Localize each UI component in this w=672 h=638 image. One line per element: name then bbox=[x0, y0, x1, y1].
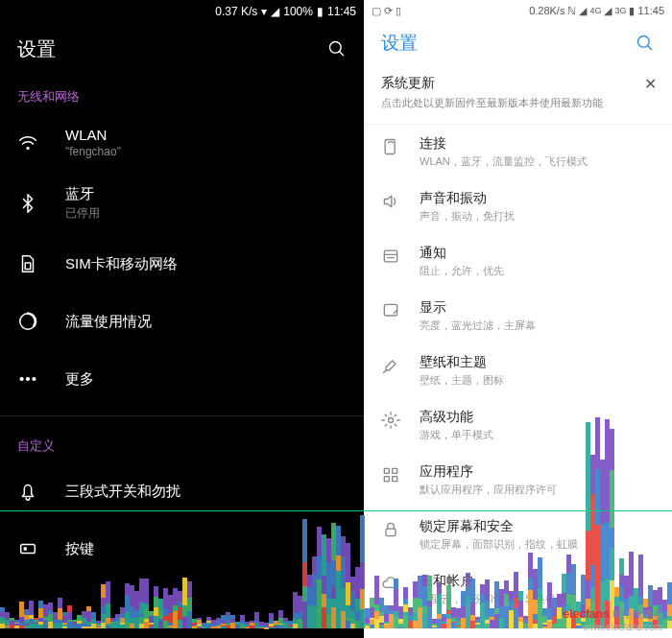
item-slider-switch[interactable]: 三段式开关和勿扰 bbox=[0, 462, 364, 520]
item-apps[interactable]: 应用程序默认应用程序，应用程序许可 bbox=[364, 453, 672, 508]
item-label: 连接 bbox=[420, 135, 588, 153]
item-connections[interactable]: 连接WLAN，蓝牙，流量监控，飞行模式 bbox=[364, 125, 672, 179]
item-sub: 锁定屏幕，面部识别，指纹，虹膜 bbox=[420, 537, 578, 552]
section-custom: 自定义 bbox=[0, 424, 364, 462]
item-sub: "fengchao" bbox=[65, 145, 121, 158]
data-usage-icon bbox=[17, 311, 38, 332]
status-icons-left: ▢ ⟳ ▯ bbox=[372, 5, 401, 17]
svg-rect-3 bbox=[25, 263, 31, 269]
item-wallpaper[interactable]: 壁纸和主题壁纸，主题，图标 bbox=[364, 343, 672, 398]
item-label: 流量使用情况 bbox=[65, 313, 152, 331]
item-sub: 默认应用程序，应用程序许可 bbox=[420, 483, 557, 497]
update-title: 系统更新 bbox=[381, 75, 655, 92]
item-display[interactable]: 显示亮度，蓝光过滤，主屏幕 bbox=[364, 289, 672, 343]
battery-icon: ▮ bbox=[629, 5, 635, 17]
svg-rect-21 bbox=[393, 477, 397, 482]
item-label: 蓝牙 bbox=[65, 185, 100, 203]
more-icon bbox=[17, 368, 38, 390]
item-sub: 声音，振动，免打扰 bbox=[420, 209, 515, 224]
watermark-brand: elecfans bbox=[563, 606, 609, 621]
item-sub: 三星云，备份和恢复，S 换机助手 bbox=[420, 592, 577, 606]
svg-rect-8 bbox=[21, 544, 36, 553]
item-label: SIM卡和移动网络 bbox=[65, 255, 178, 273]
watermark-cn: 电子发烧友 bbox=[612, 608, 663, 620]
item-notifications[interactable]: 通知阻止，允许，优先 bbox=[364, 234, 672, 289]
statusbar-left: 0.37 K/s ▾ ◢ 100% ▮ 11:45 bbox=[0, 0, 364, 23]
item-sub: 亮度，蓝光过滤，主屏幕 bbox=[420, 319, 536, 333]
svg-point-5 bbox=[20, 378, 23, 381]
svg-rect-20 bbox=[384, 477, 389, 482]
svg-point-17 bbox=[389, 418, 394, 423]
item-more[interactable]: 更多 bbox=[0, 350, 364, 408]
item-label: 声音和振动 bbox=[420, 190, 515, 207]
buttons-icon bbox=[17, 538, 38, 559]
header-left: 设置 bbox=[0, 23, 364, 75]
system-update-card[interactable]: 系统更新 点击此处以更新固件至最新版本并使用最新功能 ✕ bbox=[364, 65, 672, 125]
item-sim[interactable]: SIM卡和移动网络 bbox=[0, 235, 364, 293]
item-label: WLAN bbox=[65, 127, 121, 143]
svg-point-7 bbox=[33, 378, 36, 381]
phone-dark: 0.37 K/s ▾ ◢ 100% ▮ 11:45 设置 无线和网络 WLAN"… bbox=[0, 0, 364, 638]
item-wlan[interactable]: WLAN"fengchao" bbox=[0, 113, 364, 172]
header-right: 设置 bbox=[364, 21, 672, 65]
notifications-icon bbox=[381, 247, 400, 266]
item-sound[interactable]: 声音和振动声音，振动，免打扰 bbox=[364, 179, 672, 234]
histogram-baseline bbox=[0, 510, 672, 511]
item-label: 显示 bbox=[420, 299, 536, 317]
item-label: 高级功能 bbox=[420, 409, 493, 426]
section-wireless: 无线和网络 bbox=[0, 75, 364, 113]
watermark: elecfans 电子发烧友 www.elecfans.com bbox=[563, 606, 662, 632]
battery-pct: 100% bbox=[283, 5, 313, 18]
3g-icon: 3G bbox=[614, 6, 626, 15]
signal-icon: ◢ bbox=[579, 5, 587, 17]
svg-rect-9 bbox=[24, 548, 26, 550]
nfc-icon: ℕ bbox=[567, 5, 576, 17]
item-data-usage[interactable]: 流量使用情况 bbox=[0, 293, 364, 350]
item-sub: WLAN，蓝牙，流量监控，飞行模式 bbox=[420, 154, 588, 169]
sim-icon bbox=[17, 253, 38, 274]
update-sub: 点击此处以更新固件至最新版本并使用最新功能 bbox=[381, 96, 655, 110]
apps-icon bbox=[381, 465, 400, 484]
item-lock-security[interactable]: 锁定屏幕和安全锁定屏幕，面部识别，指纹，虹膜 bbox=[364, 508, 672, 562]
signal-icon-2: ◢ bbox=[604, 5, 612, 17]
item-keys[interactable]: 按键 bbox=[0, 520, 364, 578]
item-label: 更多 bbox=[65, 370, 94, 389]
bluetooth-icon bbox=[17, 193, 38, 214]
close-icon[interactable]: ✕ bbox=[644, 75, 657, 93]
item-label: 云和帐户 bbox=[420, 573, 577, 590]
signal-icon: ◢ bbox=[271, 5, 279, 18]
page-title: 设置 bbox=[381, 31, 418, 56]
watermark-url: www.elecfans.com bbox=[563, 622, 662, 632]
display-icon bbox=[381, 301, 400, 320]
item-label: 壁纸和主题 bbox=[420, 354, 504, 371]
search-icon[interactable] bbox=[636, 34, 655, 53]
item-label: 按键 bbox=[65, 540, 94, 558]
svg-point-6 bbox=[27, 378, 30, 381]
cloud-icon bbox=[381, 575, 400, 594]
4g-icon: 4G bbox=[589, 6, 601, 15]
svg-rect-16 bbox=[384, 304, 396, 316]
item-label: 应用程序 bbox=[420, 463, 557, 481]
phone-light: ▢ ⟳ ▯ 0.28K/s ℕ ◢ 4G ◢ 3G ▮ 11:45 设置 系统更… bbox=[364, 0, 672, 638]
svg-line-1 bbox=[340, 52, 344, 56]
net-speed: 0.37 K/s bbox=[215, 5, 257, 18]
item-sub: 已停用 bbox=[65, 205, 100, 222]
item-label: 锁定屏幕和安全 bbox=[420, 518, 578, 535]
connections-icon bbox=[381, 137, 400, 156]
lock-icon bbox=[381, 520, 400, 539]
svg-point-2 bbox=[27, 147, 29, 149]
svg-rect-22 bbox=[386, 529, 396, 536]
wifi-icon: ▾ bbox=[261, 5, 267, 18]
divider bbox=[0, 415, 364, 416]
item-bluetooth[interactable]: 蓝牙已停用 bbox=[0, 172, 364, 235]
search-icon[interactable] bbox=[327, 39, 347, 59]
svg-rect-13 bbox=[384, 250, 396, 262]
item-label: 通知 bbox=[420, 245, 504, 262]
item-sub: 阻止，允许，优先 bbox=[420, 264, 504, 278]
clock: 11:45 bbox=[327, 5, 356, 18]
svg-rect-18 bbox=[384, 468, 389, 473]
item-advanced[interactable]: 高级功能游戏，单手模式 bbox=[364, 398, 672, 453]
svg-line-11 bbox=[648, 46, 652, 50]
page-title: 设置 bbox=[17, 36, 56, 62]
bell-icon bbox=[17, 481, 38, 502]
